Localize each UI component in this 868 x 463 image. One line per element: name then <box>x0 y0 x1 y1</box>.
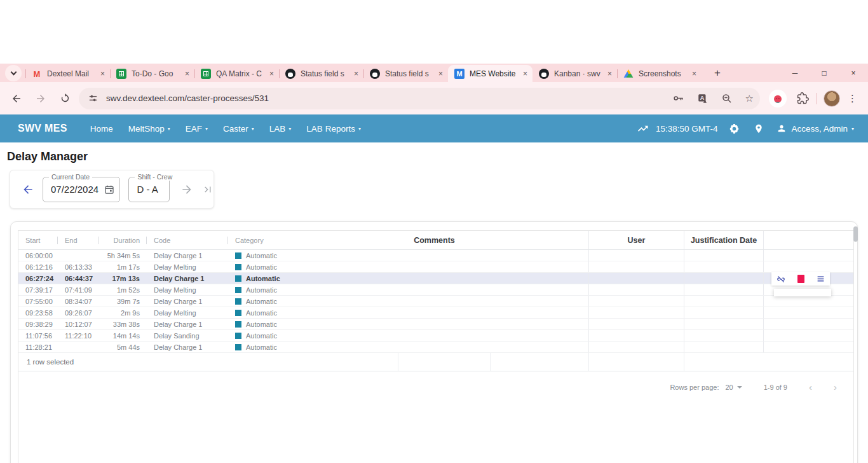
table-row[interactable]: 07:55:00 08:34:07 39m 7s Delay Charge 1 … <box>18 296 853 307</box>
paginator: Rows per page: 20 1-9 of 9 ‹ › <box>18 382 853 392</box>
tab-close-icon[interactable]: × <box>607 69 612 78</box>
header-category[interactable]: Category <box>228 231 280 249</box>
tab-close-icon[interactable]: × <box>354 69 358 78</box>
tab-favicon <box>539 69 549 79</box>
shift-crew-value[interactable]: D - A <box>129 184 158 195</box>
nav-menu-item[interactable]: EAF ▾ <box>178 124 215 134</box>
header-duration[interactable]: Duration <box>99 231 147 249</box>
table-scrollbar-thumb[interactable] <box>853 226 858 242</box>
nav-menu-item[interactable]: LAB ▾ <box>262 124 299 134</box>
category-color-swatch <box>235 275 241 282</box>
cell-actions <box>763 261 853 272</box>
tab-close-icon[interactable]: × <box>692 69 696 78</box>
tab-search-button[interactable] <box>5 65 22 81</box>
nav-item-label: Home <box>90 124 113 134</box>
app-brand[interactable]: SWV MES <box>18 123 67 134</box>
browser-tab[interactable]: Kanban · swv × <box>532 66 617 82</box>
browser-forward-button <box>31 88 51 109</box>
table-row[interactable]: 06:27:24 06:44:37 17m 13s Delay Charge 1… <box>18 273 853 284</box>
browser-back-button[interactable] <box>6 88 27 109</box>
unjustify-button[interactable] <box>776 275 786 284</box>
tab-title: MES Website <box>470 69 520 78</box>
cell-code: Delay Melting <box>147 261 228 272</box>
browser-tab[interactable]: Status field s × <box>363 66 448 82</box>
delay-data-grid: Start End Duration Code Category Comment… <box>18 230 854 463</box>
tab-close-icon[interactable]: × <box>100 69 105 78</box>
header-start[interactable]: Start <box>18 231 58 249</box>
category-label: Automatic <box>246 332 277 340</box>
tab-favicon <box>32 69 42 79</box>
table-row[interactable]: 06:12:16 06:13:33 1m 17s Delay Melting A… <box>18 261 853 273</box>
browser-tab[interactable]: Status field s × <box>279 66 363 82</box>
header-end[interactable]: End <box>58 231 99 249</box>
table-row[interactable]: 07:39:17 07:41:09 1m 52s Delay Melting A… <box>18 284 853 296</box>
header-user[interactable]: User <box>588 231 684 249</box>
url-text[interactable]: swv.dev.dexteel.com/caster-processes/531 <box>106 93 660 103</box>
tab-close-icon[interactable]: × <box>269 69 274 78</box>
rows-per-page-select[interactable]: 20 <box>725 384 742 391</box>
site-info-icon[interactable] <box>88 93 98 104</box>
window-close-button[interactable]: × <box>839 64 868 82</box>
table-row[interactable]: 11:28:21 5m 44s Delay Charge 1 Automatic <box>18 342 853 353</box>
cell-end <box>58 342 99 352</box>
header-justification-date[interactable]: Justification Date <box>684 231 763 249</box>
password-manager-button[interactable] <box>672 92 684 104</box>
settings-button[interactable] <box>729 123 740 134</box>
browser-toolbar: swv.dev.dexteel.com/caster-processes/531… <box>0 82 868 114</box>
user-menu[interactable]: Access, Admin ▾ <box>776 123 854 134</box>
table-row[interactable]: 09:38:29 10:12:07 33m 38s Delay Charge 1… <box>18 319 853 330</box>
date-shift-filter-card: Current Date 07/22/2024 Shift - Crew D -… <box>10 170 214 209</box>
cell-comments <box>280 319 588 329</box>
browser-tab[interactable]: QA Matrix - C × <box>194 66 279 82</box>
table-row[interactable]: 06:00:00 5h 34m 5s Delay Charge 1 Automa… <box>18 250 853 261</box>
cell-justification-date <box>684 330 763 341</box>
tab-close-icon[interactable]: × <box>438 69 443 78</box>
nav-menu-item[interactable]: Home ▾ <box>83 124 121 134</box>
browser-tab[interactable]: Screenshots × <box>617 66 702 82</box>
nav-menu-item[interactable]: MeltShop ▾ <box>121 124 178 134</box>
current-date-field[interactable]: Current Date 07/22/2024 <box>43 177 120 202</box>
profile-avatar[interactable] <box>824 90 840 107</box>
browser-reload-button[interactable] <box>55 88 75 109</box>
calendar-picker-button[interactable] <box>104 184 114 195</box>
table-row[interactable]: 11:07:56 11:22:10 14m 14s Delay Sanding … <box>18 330 853 342</box>
address-bar[interactable]: swv.dev.dexteel.com/caster-processes/531… <box>79 88 760 109</box>
bookmark-star-icon[interactable]: ☆ <box>745 93 754 104</box>
nav-menu-item[interactable]: LAB Reports ▾ <box>299 124 369 134</box>
previous-day-button[interactable] <box>22 183 34 196</box>
svg-text:A: A <box>700 95 704 101</box>
extensions-button[interactable] <box>797 92 809 104</box>
tab-title: Screenshots <box>639 69 689 78</box>
header-code[interactable]: Code <box>147 231 228 249</box>
translate-button[interactable]: A <box>697 93 709 104</box>
row-menu-button[interactable] <box>816 275 825 283</box>
window-minimize-button[interactable]: ─ <box>780 64 810 82</box>
window-maximize-button[interactable]: □ <box>810 64 839 82</box>
tab-close-icon[interactable]: × <box>523 69 527 78</box>
current-date-value[interactable]: 07/22/2024 <box>43 184 98 195</box>
location-button[interactable] <box>754 123 764 135</box>
stop-delay-button[interactable] <box>797 275 804 283</box>
tab-favicon <box>116 69 126 79</box>
table-body: 06:00:00 5h 34m 5s Delay Charge 1 Automa… <box>18 250 853 353</box>
new-tab-button[interactable]: + <box>709 65 726 81</box>
browser-tab[interactable]: Dexteel Mail × <box>25 66 110 82</box>
browser-tab[interactable]: MES Website × <box>448 65 532 82</box>
cell-actions <box>763 330 853 341</box>
shift-crew-field[interactable]: Shift - Crew D - A <box>128 177 170 202</box>
category-color-swatch <box>235 287 241 293</box>
tab-favicon <box>623 69 634 79</box>
browser-tab[interactable]: To-Do - Goo × <box>110 66 194 82</box>
caret-down-icon: ▾ <box>358 126 361 132</box>
browser-menu-icon[interactable]: ⋮ <box>848 93 857 104</box>
extension-pinned-button[interactable] <box>769 90 787 107</box>
trend-chart-icon[interactable] <box>637 122 649 135</box>
header-comments[interactable]: Comments <box>280 231 588 249</box>
tab-close-icon[interactable]: × <box>185 69 189 78</box>
cell-category: Automatic <box>228 273 280 284</box>
table-row[interactable]: 09:23:58 09:26:07 2m 9s Delay Melting Au… <box>18 307 853 319</box>
toolbar-right: ⋮ <box>760 90 866 107</box>
zoom-button[interactable] <box>721 93 733 104</box>
nav-menu-item[interactable]: Caster ▾ <box>215 124 262 134</box>
browser-tab-strip: Dexteel Mail × To-Do - Goo × QA Matrix -… <box>0 64 868 82</box>
